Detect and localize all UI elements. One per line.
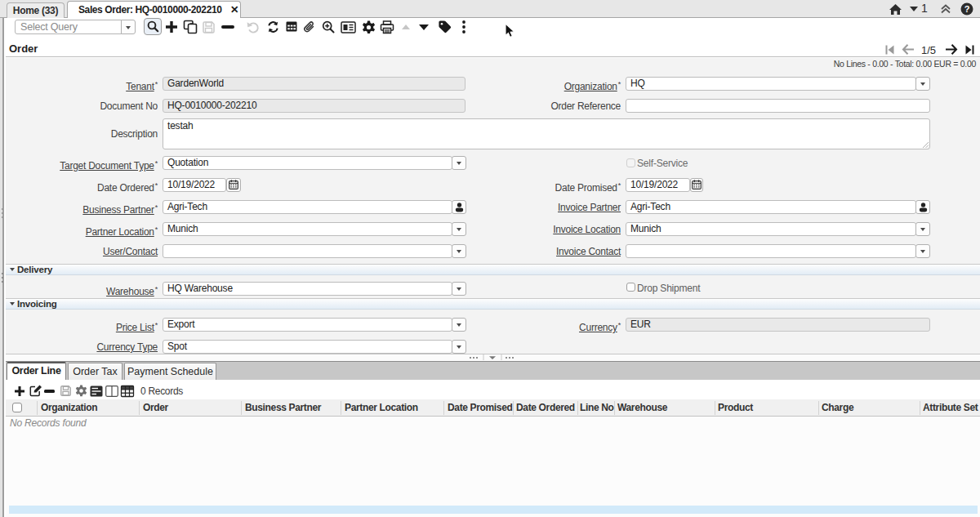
svg-text:?: ?: [964, 4, 970, 14]
